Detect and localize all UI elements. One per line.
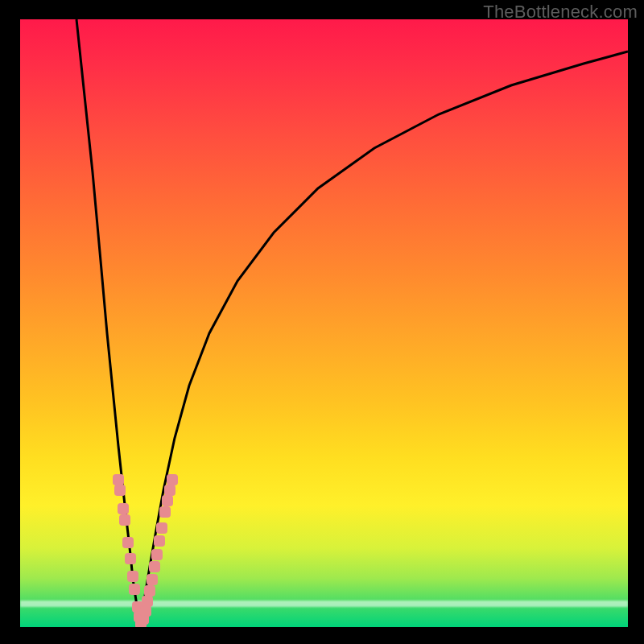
data-point-marker bbox=[154, 535, 165, 547]
data-point-marker bbox=[114, 485, 126, 496]
chart-stage: TheBottleneck.com bbox=[0, 0, 644, 644]
watermark-text: TheBottleneck.com bbox=[483, 2, 638, 23]
data-point-marker bbox=[144, 585, 155, 597]
data-point-marker bbox=[147, 574, 158, 585]
data-point-marker bbox=[140, 605, 151, 617]
plot-area bbox=[20, 19, 628, 627]
data-point-marker bbox=[167, 474, 178, 485]
data-point-marker bbox=[118, 503, 129, 514]
data-point-marker bbox=[156, 522, 167, 534]
data-point-marker bbox=[113, 474, 124, 485]
data-point-marker bbox=[125, 553, 136, 564]
data-point-markers bbox=[20, 19, 628, 627]
data-point-marker bbox=[142, 596, 153, 607]
data-point-marker bbox=[149, 561, 160, 572]
data-point-marker bbox=[127, 571, 138, 582]
data-point-marker bbox=[122, 537, 134, 548]
data-point-marker bbox=[119, 514, 130, 526]
data-point-marker bbox=[162, 495, 173, 506]
data-point-marker bbox=[164, 485, 175, 496]
data-point-marker bbox=[159, 506, 171, 518]
data-point-marker bbox=[129, 584, 140, 595]
data-point-marker bbox=[151, 549, 163, 560]
